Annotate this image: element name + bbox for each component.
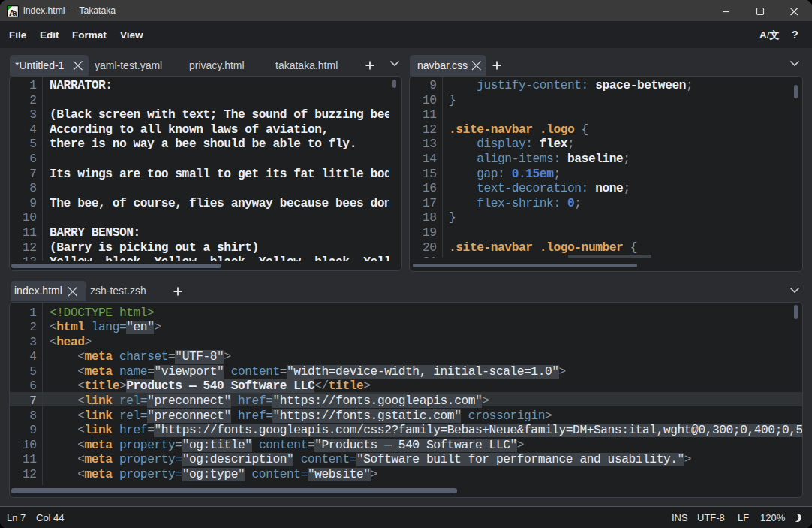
svg-text:Aa: Aa: [9, 8, 17, 17]
